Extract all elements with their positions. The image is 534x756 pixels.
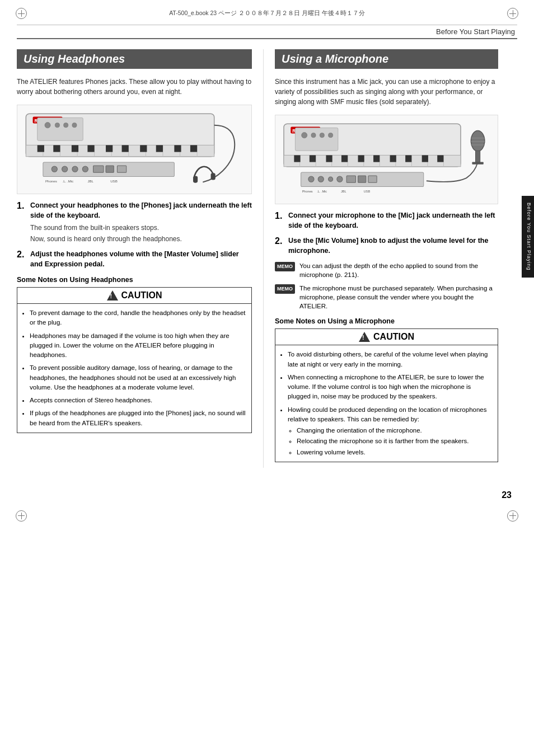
page-number: 23 bbox=[502, 490, 512, 500]
left-caution-label: CAUTION bbox=[121, 290, 162, 300]
left-intro: The ATELIER features Phones jacks. These… bbox=[17, 77, 252, 97]
svg-rect-14 bbox=[38, 145, 44, 152]
svg-text:.L.  .Mic: .L. .Mic bbox=[317, 190, 327, 193]
left-caution-item-4: Accepts connection of Stereo headphones. bbox=[30, 396, 246, 405]
svg-point-69 bbox=[311, 133, 316, 138]
right-caution-sub-3: Lowering volume levels. bbox=[297, 448, 492, 457]
svg-point-28 bbox=[72, 123, 77, 128]
memo-text-2: The microphone must be purchased separat… bbox=[299, 284, 498, 311]
left-caution-box: CAUTION To prevent damage to the cord, h… bbox=[17, 287, 252, 433]
svg-point-79 bbox=[308, 176, 314, 182]
svg-rect-37 bbox=[106, 166, 114, 172]
svg-rect-29 bbox=[193, 176, 198, 182]
svg-rect-65 bbox=[422, 155, 428, 162]
svg-point-71 bbox=[329, 133, 333, 138]
svg-rect-67 bbox=[295, 128, 338, 151]
right-caution-header: CAUTION bbox=[275, 329, 498, 345]
right-caution-item-3: Howling could be produced depending on t… bbox=[288, 405, 492, 457]
svg-rect-38 bbox=[117, 166, 126, 172]
right-caution-subitems: Changing the orientation of the micropho… bbox=[288, 426, 492, 457]
svg-point-32 bbox=[51, 166, 57, 172]
right-caution-item-2: When connecting a microphone to the ATEL… bbox=[288, 373, 492, 402]
side-tab: Before You Start Playing bbox=[522, 196, 534, 278]
left-column: Using Headphones The ATELIER features Ph… bbox=[17, 49, 263, 468]
svg-rect-36 bbox=[93, 166, 104, 172]
right-caution-label: CAUTION bbox=[373, 332, 414, 342]
svg-rect-17 bbox=[87, 145, 94, 152]
svg-rect-64 bbox=[405, 155, 411, 162]
left-caution-item-1: To prevent damage to the cord, handle th… bbox=[30, 308, 246, 328]
right-caution-sub-1: Changing the orientation of the micropho… bbox=[297, 426, 492, 435]
svg-point-81 bbox=[329, 177, 333, 181]
svg-text:USB: USB bbox=[364, 190, 371, 193]
svg-rect-83 bbox=[346, 176, 355, 182]
page-header-title: Before You Start Playing bbox=[436, 27, 515, 36]
left-caution-item-5: If plugs of the headphones are plugged i… bbox=[30, 408, 246, 428]
svg-point-68 bbox=[302, 133, 307, 138]
left-caution-list: To prevent damage to the cord, handle th… bbox=[17, 304, 251, 433]
svg-text:JBL: JBL bbox=[87, 179, 93, 183]
svg-point-70 bbox=[320, 133, 324, 138]
svg-rect-20 bbox=[140, 145, 147, 152]
svg-rect-23 bbox=[190, 145, 197, 152]
step1-detail2: Now, sound is heard only through the hea… bbox=[17, 234, 252, 244]
svg-text:Phones: Phones bbox=[302, 190, 313, 193]
svg-rect-22 bbox=[174, 145, 181, 152]
caution-triangle-right bbox=[359, 332, 370, 342]
left-caution-item-3: To prevent possible auditory damage, los… bbox=[30, 363, 246, 392]
left-step-2: 2. Adjust the headphones volume with the… bbox=[17, 250, 252, 269]
svg-rect-84 bbox=[358, 176, 366, 182]
left-step-1: 1. Connect your headphones to the [Phone… bbox=[17, 201, 252, 244]
right-step-1: 1. Connect your microphone to the [Mic] … bbox=[275, 211, 498, 231]
caution-triangle-left bbox=[107, 290, 118, 300]
right-intro: Since this instrument has a Mic jack, yo… bbox=[275, 77, 498, 107]
left-notes-heading: Some Notes on Using Headphones bbox=[17, 276, 252, 284]
right-memo-2: MEMO The microphone must be purchased se… bbox=[275, 284, 498, 311]
microphone-illustration: Roland bbox=[275, 115, 498, 204]
left-caution-header: CAUTION bbox=[17, 288, 251, 304]
right-memo-1: MEMO You can adjust the depth of the ech… bbox=[275, 261, 498, 279]
memo-badge-2: MEMO bbox=[275, 284, 295, 294]
svg-point-34 bbox=[72, 166, 78, 172]
svg-point-35 bbox=[82, 166, 88, 172]
left-caution-item-2: Headphones may be damaged if the volume … bbox=[30, 331, 246, 360]
page-wrapper: AT-500_e.book 23 ページ ２００８年７月２８日 月曜日 午後４時… bbox=[0, 0, 534, 756]
reg-mark-top-right bbox=[507, 8, 518, 19]
svg-text:Phones: Phones bbox=[45, 179, 57, 183]
svg-point-26 bbox=[55, 123, 59, 128]
svg-text:USB: USB bbox=[110, 179, 118, 183]
svg-text:JBL: JBL bbox=[341, 190, 346, 193]
memo-text-1: You can adjust the depth of the echo app… bbox=[299, 261, 498, 279]
svg-point-80 bbox=[318, 176, 324, 182]
svg-rect-24 bbox=[38, 118, 83, 140]
svg-rect-73 bbox=[476, 151, 480, 162]
svg-rect-57 bbox=[294, 155, 300, 162]
right-caution-sub-2: Relocating the microphone so it is farth… bbox=[297, 436, 492, 446]
step1-detail1: The sound from the built-in speakers sto… bbox=[17, 223, 252, 233]
reg-mark-bottom-left bbox=[16, 510, 27, 522]
svg-rect-16 bbox=[72, 145, 78, 152]
svg-rect-18 bbox=[106, 145, 113, 152]
svg-rect-15 bbox=[53, 145, 60, 152]
svg-rect-19 bbox=[122, 145, 129, 152]
reg-mark-bottom-right bbox=[507, 510, 518, 522]
right-caution-box: CAUTION To avoid disturbing others, be c… bbox=[275, 328, 498, 462]
page-bottom: 23 bbox=[0, 479, 534, 506]
right-section-title: Using a Microphone bbox=[275, 49, 498, 69]
file-info: AT-500_e.book 23 ページ ２００８年７月２８日 月曜日 午後４時… bbox=[27, 10, 507, 17]
svg-rect-66 bbox=[437, 155, 443, 162]
svg-rect-85 bbox=[368, 176, 377, 182]
svg-rect-30 bbox=[211, 173, 216, 180]
svg-rect-61 bbox=[358, 155, 364, 162]
svg-rect-58 bbox=[310, 155, 316, 162]
right-caution-item-1: To avoid disturbing others, be careful o… bbox=[288, 350, 492, 369]
headphones-illustration: Roland bbox=[17, 105, 252, 194]
svg-text:.L. .Mic: .L. .Mic bbox=[63, 179, 74, 183]
svg-rect-59 bbox=[326, 155, 332, 162]
memo-badge-1: MEMO bbox=[275, 262, 295, 271]
right-notes-heading: Some Notes on Using a Microphone bbox=[275, 317, 498, 325]
right-column: Using a Microphone Since this instrument… bbox=[263, 49, 498, 468]
svg-point-27 bbox=[64, 123, 68, 128]
left-section-title: Using Headphones bbox=[17, 49, 252, 69]
svg-rect-60 bbox=[341, 155, 348, 162]
